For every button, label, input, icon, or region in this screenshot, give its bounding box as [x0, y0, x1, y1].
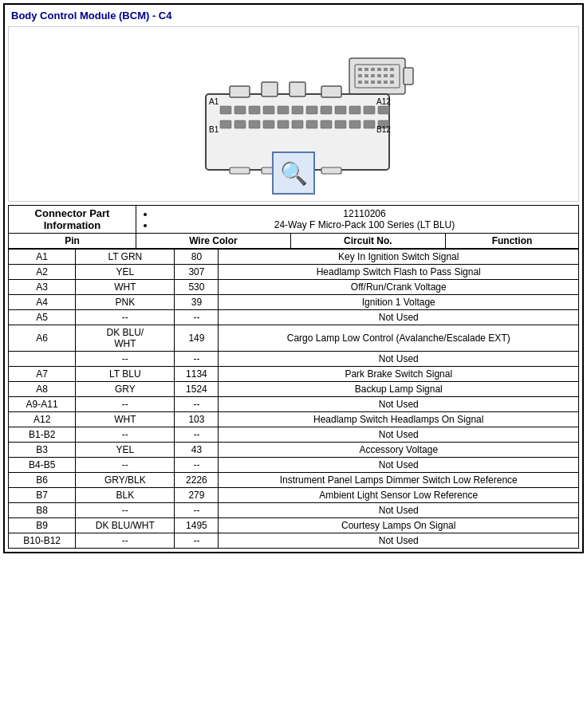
svg-rect-16: [371, 81, 375, 84]
function-cell: Backup Lamp Signal: [219, 382, 579, 397]
svg-rect-32: [249, 106, 260, 114]
col-header-pin: Pin: [9, 234, 136, 249]
wire-color-cell: BLK: [76, 488, 175, 503]
wire-color-cell: --: [76, 427, 175, 443]
table-row: B6GRY/BLK2226Instrument Panel Lamps Dimm…: [9, 473, 579, 488]
pin-cell: A12: [9, 412, 76, 427]
function-cell: Accessory Voltage: [219, 443, 579, 458]
svg-rect-7: [390, 68, 394, 71]
wire-color-cell: PNK: [76, 295, 175, 310]
table-row: B10-B12----Not Used: [9, 533, 579, 549]
function-cell: Ambient Light Sensor Low Reference: [219, 488, 579, 503]
svg-rect-15: [364, 81, 368, 84]
pin-cell: A8: [9, 382, 76, 397]
circuit-cell: 279: [175, 488, 219, 503]
wire-color-cell: --: [76, 533, 175, 549]
table-row: A4PNK39Ignition 1 Voltage: [9, 295, 579, 310]
function-cell: Not Used: [219, 352, 579, 367]
svg-text:A1: A1: [209, 97, 219, 106]
connector-detail-1: 12110206: [155, 208, 574, 219]
circuit-cell: --: [175, 503, 219, 518]
svg-rect-50: [335, 120, 346, 128]
magnify-icon: 🔍: [272, 152, 315, 195]
svg-rect-34: [278, 106, 289, 114]
pin-cell: B4-B5: [9, 458, 76, 473]
svg-rect-23: [262, 82, 278, 96]
table-row: B1-B2----Not Used: [9, 427, 579, 443]
svg-rect-45: [263, 120, 274, 128]
table-row: A3WHT530Off/Run/Crank Voltage: [9, 280, 579, 295]
function-cell: Park Brake Switch Signal: [219, 367, 579, 382]
wire-color-cell: WHT: [76, 412, 175, 427]
diagram-area: A1 A12 B1 B12 🔍: [8, 26, 579, 202]
table-row: B3YEL43Accessory Voltage: [9, 443, 579, 458]
svg-rect-35: [292, 106, 303, 114]
wire-color-cell: --: [76, 458, 175, 473]
svg-rect-25: [321, 86, 341, 97]
svg-rect-46: [278, 120, 289, 128]
svg-rect-29: [321, 167, 341, 174]
wire-color-cell: LT GRN: [76, 250, 175, 265]
svg-rect-5: [377, 68, 381, 71]
table-row: A12WHT103Headlamp Switch Headlamps On Si…: [9, 412, 579, 427]
pin-cell: A6: [9, 325, 76, 352]
table-row: A2YEL307Headlamp Switch Flash to Pass Si…: [9, 265, 579, 280]
svg-rect-4: [371, 68, 375, 71]
wire-color-cell: WHT: [76, 280, 175, 295]
svg-rect-2: [358, 68, 362, 71]
function-cell: Not Used: [219, 458, 579, 473]
circuit-cell: --: [175, 533, 219, 549]
pin-cell: A4: [9, 295, 76, 310]
wire-color-cell: GRY/BLK: [76, 473, 175, 488]
table-row: A5----Not Used: [9, 310, 579, 325]
pin-cell: B3: [9, 443, 76, 458]
circuit-cell: 1524: [175, 382, 219, 397]
svg-text:B1: B1: [209, 125, 219, 134]
svg-rect-51: [349, 120, 360, 128]
wire-color-cell: --: [76, 503, 175, 518]
function-cell: Headlamp Switch Headlamps On Signal: [219, 412, 579, 427]
wire-color-cell: DK BLU/WHT: [76, 518, 175, 533]
pin-cell: B6: [9, 473, 76, 488]
pin-cell: A3: [9, 280, 76, 295]
circuit-cell: 1495: [175, 518, 219, 533]
function-cell: Headlamp Switch Flash to Pass Signal: [219, 265, 579, 280]
circuit-cell: --: [175, 310, 219, 325]
svg-rect-26: [230, 167, 250, 174]
svg-rect-31: [234, 106, 246, 114]
table-row: B4-B5----Not Used: [9, 458, 579, 473]
pin-cell: A5: [9, 310, 76, 325]
svg-rect-48: [306, 120, 317, 128]
svg-rect-24: [290, 82, 305, 96]
svg-rect-22: [230, 86, 250, 97]
pin-cell: A1: [9, 250, 76, 265]
svg-rect-42: [220, 120, 231, 128]
svg-rect-38: [335, 106, 346, 114]
svg-rect-39: [349, 106, 360, 114]
svg-text:A12: A12: [376, 97, 391, 106]
table-header-row: Pin Wire Color Circuit No. Function: [9, 234, 579, 249]
circuit-cell: 80: [175, 250, 219, 265]
function-cell: Not Used: [219, 503, 579, 518]
pin-cell: B10-B12: [9, 533, 76, 549]
table-row: A1LT GRN80Key In Ignition Switch Signal: [9, 250, 579, 265]
circuit-cell: 149: [175, 325, 219, 352]
function-cell: Off/Run/Crank Voltage: [219, 280, 579, 295]
table-row: B9DK BLU/WHT1495Courtesy Lamps On Signal: [9, 518, 579, 533]
pin-cell: [9, 352, 76, 367]
table-row: A7LT BLU1134Park Brake Switch Signal: [9, 367, 579, 382]
data-rows-table: A1LT GRN80Key In Ignition Switch SignalA…: [8, 249, 579, 549]
function-cell: Cargo Lamp Low Control (Avalanche/Escala…: [219, 325, 579, 352]
wire-color-cell: --: [76, 310, 175, 325]
function-cell: Not Used: [219, 397, 579, 412]
svg-rect-12: [384, 74, 388, 77]
wire-color-cell: --: [76, 397, 175, 412]
wire-color-cell: YEL: [76, 443, 175, 458]
table-row: A9-A11----Not Used: [9, 397, 579, 412]
connector-table: Connector Part Information 12110206 24-W…: [8, 205, 579, 249]
svg-text:B12: B12: [376, 125, 391, 134]
circuit-cell: 43: [175, 443, 219, 458]
col-header-function: Function: [445, 234, 578, 249]
circuit-cell: --: [175, 397, 219, 412]
function-cell: Courtesy Lamps On Signal: [219, 518, 579, 533]
